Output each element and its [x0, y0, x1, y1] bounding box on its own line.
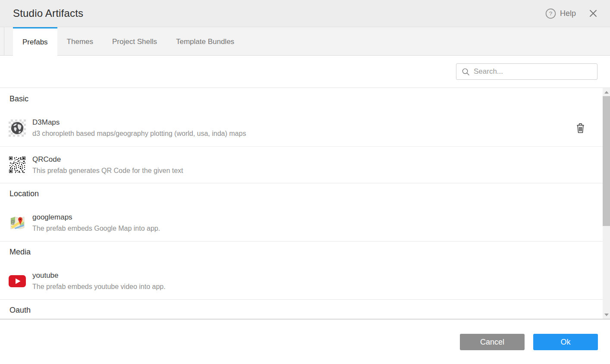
prefab-title: googlemaps [32, 213, 160, 222]
tab-bar: Prefabs Themes Project Shells Template B… [0, 27, 610, 56]
prefab-text: QRCodeThis prefab generates QR Code for … [32, 155, 183, 175]
prefab-text: youtubeThe prefab embeds youtube video i… [32, 271, 166, 291]
scrollbar-up-arrow[interactable] [603, 88, 610, 96]
header-actions: ? Help [545, 8, 597, 19]
prefab-item-d3maps[interactable]: D3Mapsd3 choropleth based maps/geography… [0, 110, 603, 146]
prefab-title: QRCode [32, 155, 183, 164]
tab-prefabs[interactable]: Prefabs [13, 27, 57, 56]
dialog-footer: Cancel Ok [0, 320, 610, 364]
prefab-item-googlemaps[interactable]: ggooglemapsThe prefab embeds Google Map … [0, 204, 603, 241]
svg-text:g: g [11, 217, 15, 225]
search-area [0, 56, 610, 88]
section-header-media: Media [0, 241, 603, 263]
studio-artifacts-dialog: Studio Artifacts ? Help Prefabs Themes [0, 0, 610, 364]
scrollbar-thumb[interactable] [603, 96, 610, 226]
prefab-description: This prefab generates QR Code for the gi… [32, 167, 183, 175]
svg-text:?: ? [549, 10, 552, 17]
tab-template-bundles[interactable]: Template Bundles [167, 27, 244, 55]
section-header-oauth: Oauth [0, 299, 603, 319]
prefab-item-qrcode[interactable]: QRCodeThis prefab generates QR Code for … [0, 146, 603, 183]
qrcode-icon [9, 156, 26, 173]
prefab-title: D3Maps [32, 118, 246, 127]
tab-themes[interactable]: Themes [57, 27, 103, 55]
search-input[interactable] [474, 67, 593, 76]
search-box [456, 63, 597, 80]
prefab-text: googlemapsThe prefab embeds Google Map i… [32, 213, 160, 232]
help-label: Help [560, 9, 576, 18]
globe-icon [9, 119, 26, 137]
prefab-description: The prefab embeds Google Map into app. [32, 225, 160, 232]
prefab-list-content: BasicD3Mapsd3 choropleth based maps/geog… [0, 88, 603, 319]
youtube-icon [9, 273, 26, 290]
prefab-description: The prefab embeds youtube video into app… [32, 283, 166, 291]
tab-project-shells[interactable]: Project Shells [103, 27, 167, 55]
scrollbar[interactable] [603, 88, 610, 319]
close-icon[interactable] [589, 9, 597, 18]
tab-bar-left-divider [0, 27, 4, 55]
help-icon: ? [545, 8, 556, 19]
prefab-text: D3Mapsd3 choropleth based maps/geography… [32, 118, 246, 138]
section-header-basic: Basic [0, 88, 603, 110]
prefab-description: d3 choropleth based maps/geography plott… [32, 130, 246, 138]
dialog-title: Studio Artifacts [13, 7, 83, 19]
ok-button[interactable]: Ok [533, 334, 598, 350]
search-icon [462, 68, 470, 76]
cancel-button[interactable]: Cancel [460, 334, 525, 350]
prefab-title: youtube [32, 271, 166, 280]
prefab-item-youtube[interactable]: youtubeThe prefab embeds youtube video i… [0, 263, 603, 299]
dialog-header: Studio Artifacts ? Help [0, 0, 610, 27]
prefab-list: BasicD3Mapsd3 choropleth based maps/geog… [0, 88, 610, 320]
help-button[interactable]: ? Help [545, 8, 576, 19]
googlemaps-icon: g [9, 214, 26, 232]
trash-icon[interactable] [575, 122, 585, 134]
scrollbar-down-arrow[interactable] [603, 311, 610, 319]
section-header-location: Location [0, 183, 603, 204]
